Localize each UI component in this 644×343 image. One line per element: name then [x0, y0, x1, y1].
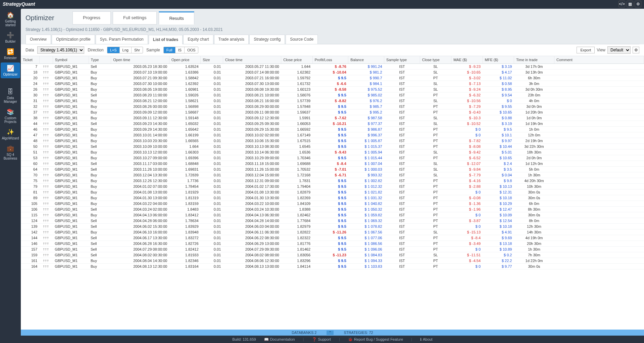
chart-icon[interactable]: ⫯⫯⫯	[39, 258, 53, 264]
table-row[interactable]: 46⫯⫯⫯GBPUSD_M1Buy2003.09.29 14:30:001.65…	[21, 127, 644, 132]
chart-icon[interactable]: ⫯⫯⫯	[39, 212, 53, 218]
chart-icon[interactable]: ⫯⫯⫯	[39, 161, 53, 167]
col-close-price[interactable]: Close price	[281, 56, 312, 64]
chart-icon[interactable]: ⫯⫯⫯	[39, 138, 53, 144]
chart-icon[interactable]: ⫯⫯⫯	[39, 115, 53, 121]
table-row[interactable]: 44⫯⫯⫯GBPUSD_M1Sell2003.09.23 14:30:001.6…	[21, 121, 644, 127]
chart-icon[interactable]: ⫯⫯⫯	[39, 201, 53, 207]
table-row[interactable]: 161⫯⫯⫯GBPUSD_M1Buy2004.08.04 14:30:001.8…	[21, 258, 644, 264]
sidebar-item-algowizard[interactable]: ✨AlgoWizard	[1, 126, 20, 142]
table-row[interactable]: 32⫯⫯⫯GBPUSD_M1Buy2003.08.26 00:00:001.56…	[21, 104, 644, 110]
table-row[interactable]: 50⫯⫯⫯GBPUSD_M1Sell2003.10.09 10:00:001.6…	[21, 144, 644, 149]
table-row[interactable]: 47⫯⫯⫯GBPUSD_M1Buy2003.10.01 14:00:001.66…	[21, 132, 644, 138]
table-row[interactable]: 53⫯⫯⫯GBPUSD_M1Buy2003.10.27 09:00:001.69…	[21, 155, 644, 161]
chart-icon[interactable]: ⫯⫯⫯	[39, 110, 53, 115]
table-row[interactable]: 51⫯⫯⫯GBPUSD_M1Buy2003.10.13 12:00:001.66…	[21, 149, 644, 155]
sample-option-full[interactable]: Full	[164, 47, 176, 53]
table-row[interactable]: 81⫯⫯⫯GBPUSD_M1Buy2004.01.08 13:00:001.81…	[21, 189, 644, 195]
chart-icon[interactable]: ⫯⫯⫯	[39, 195, 53, 201]
col-mfe-[interactable]: MFE ($)	[483, 56, 514, 64]
chart-icon[interactable]: ⫯⫯⫯	[39, 127, 53, 132]
sidebar-item-retester[interactable]: 🔁Retester	[1, 46, 20, 62]
table-row[interactable]: 89⫯⫯⫯GBPUSD_M1Buy2004.01.30 13:00:001.81…	[21, 195, 644, 201]
table-row[interactable]: 38⫯⫯⫯GBPUSD_M1Buy2003.09.11 12:30:001.59…	[21, 115, 644, 121]
tab-full-settings[interactable]: Full settings	[113, 11, 157, 25]
subtab-strategy-config[interactable]: Strategy config	[249, 35, 285, 44]
col-size[interactable]: Size	[201, 56, 223, 64]
chart-icon[interactable]: ⫯⫯⫯	[39, 64, 53, 70]
col-mae-[interactable]: MAE ($)	[451, 56, 483, 64]
table-row[interactable]: 20⫯⫯⫯GBPUSD_M1Buy2003.07.21 09:30:001.58…	[21, 75, 644, 81]
table-row[interactable]: 70⫯⫯⫯GBPUSD_M1Buy2003.12.04 13:30:001.72…	[21, 172, 644, 178]
table-row[interactable]: 18⫯⫯⫯GBPUSD_M1Buy2003.07.10 19:00:001.63…	[21, 70, 644, 75]
chart-icon[interactable]: ⫯⫯⫯	[39, 229, 53, 235]
sidebar-item-builder[interactable]: ➕Builder	[1, 30, 20, 45]
col-close-time[interactable]: Close time	[223, 56, 281, 64]
sample-option-is[interactable]: IS	[176, 47, 185, 53]
chart-icon[interactable]: ⫯⫯⫯	[39, 155, 53, 161]
table-row[interactable]: 64⫯⫯⫯GBPUSD_M1Sell2003.11.26 10:00:001.6…	[21, 167, 644, 172]
table-row[interactable]: 144⫯⫯⫯GBPUSD_M1Sell2004.06.17 13:30:001.…	[21, 235, 644, 241]
table-row[interactable]: 37⫯⫯⫯GBPUSD_M1Buy2003.09.09 12:00:001.58…	[21, 110, 644, 115]
col-profit-loss[interactable]: Profit/Loss	[312, 56, 348, 64]
export-button[interactable]: Export	[577, 47, 595, 53]
subtab-overview[interactable]: Overview	[26, 35, 51, 44]
col-sample-type[interactable]: Sample type	[384, 56, 420, 64]
table-row[interactable]: 79⫯⫯⫯GBPUSD_M1Buy2004.01.02 07:00:001.78…	[21, 184, 644, 189]
chart-icon[interactable]: ⫯⫯⫯	[39, 178, 53, 184]
sidebar-item-data-manager[interactable]: 🗄Data Manager	[1, 86, 20, 105]
gear-icon[interactable]: ⚙	[633, 47, 639, 53]
chart-icon[interactable]: ⫯⫯⫯	[39, 81, 53, 87]
subtab-source-code[interactable]: Source Code	[286, 35, 318, 44]
table-row[interactable]: 124⫯⫯⫯GBPUSD_M1Sell2004.04.28 06:00:001.…	[21, 218, 644, 224]
table-row[interactable]: 31⫯⫯⫯GBPUSD_M1Buy2003.08.21 12:00:001.58…	[21, 98, 644, 104]
expand-icon[interactable]: ⌃	[327, 331, 334, 335]
chart-icon[interactable]: ⫯⫯⫯	[39, 241, 53, 247]
table-row[interactable]: 30⫯⫯⫯GBPUSD_M1Sell2003.08.20 11:00:001.5…	[21, 92, 644, 98]
table-row[interactable]: 115⫯⫯⫯GBPUSD_M1Buy2004.04.13 06:00:001.8…	[21, 212, 644, 218]
chart-icon[interactable]: ⫯⫯⫯	[39, 264, 53, 269]
table-row[interactable]: 75⫯⫯⫯GBPUSD_M1Buy2003.12.26 12:30:001.77…	[21, 178, 644, 184]
table-row[interactable]: 106⫯⫯⫯GBPUSD_M1Sell2004.03.24 02:00:001.…	[21, 207, 644, 212]
chart-icon[interactable]: ⫯⫯⫯	[39, 87, 53, 92]
sample-option-oos[interactable]: OOS	[185, 47, 198, 53]
table-row[interactable]: 146⫯⫯⫯GBPUSD_M1Sell2004.06.28 16:30:001.…	[21, 241, 644, 247]
subtab-equity-chart[interactable]: Equity chart	[183, 35, 213, 44]
support-link[interactable]: ❓ Support	[312, 337, 331, 342]
chart-icon[interactable]: ⫯⫯⫯	[39, 132, 53, 138]
chart-icon[interactable]: ⫯⫯⫯	[39, 75, 53, 81]
col-balance[interactable]: Balance	[348, 56, 384, 64]
chart-icon[interactable]: ⫯⫯⫯	[39, 172, 53, 178]
trades-table-wrap[interactable]: TicketSymbolTypeOpen timeOpen priceSizeC…	[21, 56, 644, 330]
chart-icon[interactable]: ⫯⫯⫯	[39, 189, 53, 195]
col-ticket[interactable]: Ticket	[21, 56, 39, 64]
table-row[interactable]: 48⫯⫯⫯GBPUSD_M1Buy2003.10.03 20:30:001.66…	[21, 138, 644, 144]
grid-view-icon[interactable]: ▦	[627, 1, 633, 7]
table-row[interactable]: 105⫯⫯⫯GBPUSD_M1Buy2004.03.22 04:00:001.8…	[21, 201, 644, 207]
table-row[interactable]: 24⫯⫯⫯GBPUSD_M1Buy2003.07.30 10:00:001.62…	[21, 81, 644, 87]
about-link[interactable]: ℹ About	[420, 337, 433, 342]
view-select[interactable]: Default	[607, 46, 631, 54]
table-row[interactable]: 26⫯⫯⫯GBPUSD_M1Buy2003.08.05 19:00:001.60…	[21, 87, 644, 92]
table-row[interactable]: 159⫯⫯⫯GBPUSD_M1Sell2004.08.02 00:30:001.…	[21, 252, 644, 258]
subtab-optimization-profile[interactable]: Optimization profile	[52, 35, 95, 44]
table-row[interactable]: 157⫯⫯⫯GBPUSD_M1Sell2004.07.29 08:00:001.…	[21, 247, 644, 252]
chart-icon[interactable]: ⫯⫯⫯	[39, 218, 53, 224]
table-row[interactable]: 139⫯⫯⫯GBPUSD_M1Sell2004.06.02 15:30:001.…	[21, 224, 644, 229]
sidebar-item-sq-4-business[interactable]: 💼SQ 4 Business	[1, 143, 20, 162]
col-symbol[interactable]: Symbol	[53, 56, 89, 64]
direction-option-lng[interactable]: Lng	[120, 47, 132, 53]
chart-icon[interactable]: ⫯⫯⫯	[39, 252, 53, 258]
code-view-icon[interactable]: </>	[618, 1, 625, 7]
chart-icon[interactable]: ⫯⫯⫯	[39, 98, 53, 104]
settings-icon[interactable]: ⚙	[635, 1, 641, 7]
chart-icon[interactable]: ⫯⫯⫯	[39, 70, 53, 75]
col-comment[interactable]: Comment	[554, 56, 644, 64]
table-row[interactable]: 164⫯⫯⫯GBPUSD_M1Buy2004.08.13 12:30:001.8…	[21, 264, 644, 269]
data-select[interactable]: Strategy 1.45.106(1)	[37, 46, 84, 54]
sidebar-item-custom-projects[interactable]: 📚Custom Projects	[1, 106, 20, 126]
bug-link[interactable]: 🐞 Report Bug / Suggest Feature	[348, 337, 403, 342]
col-open-price[interactable]: Open price	[169, 56, 200, 64]
direction-option-shr[interactable]: Shr	[132, 47, 143, 53]
col-time-in-trade[interactable]: Time in trade	[514, 56, 554, 64]
